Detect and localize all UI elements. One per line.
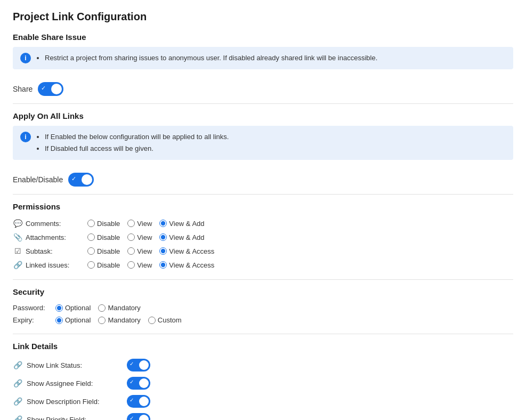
- attachments-icon: 📎: [13, 232, 22, 242]
- permissions-attachments-row: 📎 Attachments: Disable View View & Add: [13, 230, 513, 244]
- attachments-view-option[interactable]: View: [127, 233, 152, 241]
- linked-issues-view-radio[interactable]: [127, 261, 135, 269]
- security-expiry-row: Expiry: Optional Mandatory Custom: [13, 314, 513, 326]
- share-issue-info-text: Restrict a project from sharing issues t…: [45, 52, 377, 64]
- link-details-title: Link Details: [13, 342, 513, 351]
- comments-view-radio[interactable]: [127, 220, 135, 227]
- subtask-disable-radio[interactable]: [87, 247, 95, 255]
- share-issue-info-icon: i: [20, 53, 31, 63]
- linked-issues-viewaccess-option[interactable]: View & Access: [159, 261, 214, 269]
- show-assignee-toggle[interactable]: ✓: [127, 377, 150, 390]
- password-optional-option[interactable]: Optional: [55, 304, 91, 312]
- permissions-linked-issues-row: 🔗 Linked issues: Disable View View & Acc…: [13, 258, 513, 272]
- comments-icon: 💬: [13, 219, 22, 228]
- apply-all-links-info-line-2: If Disabled full access will be given.: [45, 143, 229, 155]
- show-link-status-toggle[interactable]: ✓: [127, 359, 150, 371]
- permissions-subtask-row: ☑ Subtask: Disable View View & Access: [13, 244, 513, 258]
- linked-issues-radio-group: Disable View View & Access: [87, 261, 214, 269]
- show-priority-icon: 🔗: [13, 415, 22, 420]
- permissions-section: Permissions 💬 Comments: Disable View Vie…: [13, 202, 513, 272]
- comments-radio-group: Disable View View & Add: [87, 220, 205, 228]
- share-issue-section: Enable Share Issue i Restrict a project …: [13, 33, 513, 101]
- enable-disable-toggle[interactable]: ✓: [68, 173, 94, 187]
- comments-view-option[interactable]: View: [127, 220, 152, 228]
- divider-3: [13, 279, 513, 280]
- show-description-toggle[interactable]: ✓: [127, 395, 150, 408]
- apply-all-links-info-icon: i: [20, 132, 31, 142]
- attachments-view-radio[interactable]: [127, 233, 135, 241]
- divider-4: [13, 334, 513, 334]
- password-mandatory-radio[interactable]: [98, 304, 106, 312]
- attachments-label: Attachments:: [26, 233, 84, 241]
- show-assignee-icon: 🔗: [13, 378, 22, 388]
- subtask-viewaccess-label: View & Access: [169, 247, 214, 255]
- show-link-status-track: ✓: [127, 359, 150, 371]
- share-toggle-check: ✓: [41, 85, 46, 92]
- show-priority-label: Show Priority Field:: [27, 416, 123, 420]
- share-toggle-thumb: [51, 84, 62, 94]
- password-radio-group: Optional Mandatory: [55, 304, 141, 312]
- password-optional-label: Optional: [65, 304, 91, 312]
- apply-all-links-title: Apply On All Links: [13, 111, 513, 120]
- apply-all-links-info-box: i If Enabled the below configuration wil…: [13, 126, 513, 160]
- show-priority-check: ✓: [130, 415, 134, 420]
- comments-disable-option[interactable]: Disable: [87, 220, 120, 228]
- linked-issues-disable-option[interactable]: Disable: [87, 261, 120, 269]
- show-link-status-row: 🔗 Show Link Status: ✓: [13, 356, 513, 374]
- linked-issues-disable-radio[interactable]: [87, 261, 95, 269]
- show-link-status-check: ✓: [130, 361, 134, 367]
- expiry-optional-option[interactable]: Optional: [55, 316, 91, 324]
- show-description-row: 🔗 Show Description Field: ✓: [13, 392, 513, 410]
- show-priority-thumb: [139, 415, 149, 420]
- share-toggle[interactable]: ✓: [38, 82, 63, 96]
- show-link-status-thumb: [139, 360, 149, 370]
- linked-issues-viewaccess-label: View & Access: [169, 261, 214, 269]
- password-mandatory-label: Mandatory: [108, 304, 140, 312]
- expiry-custom-radio[interactable]: [148, 317, 156, 324]
- attachments-view-label: View: [137, 233, 152, 241]
- expiry-custom-option[interactable]: Custom: [148, 316, 182, 324]
- expiry-optional-radio[interactable]: [55, 317, 63, 324]
- show-priority-toggle[interactable]: ✓: [127, 413, 150, 420]
- linked-issues-view-option[interactable]: View: [127, 261, 152, 269]
- expiry-mandatory-option[interactable]: Mandatory: [98, 316, 140, 324]
- show-priority-track: ✓: [127, 413, 150, 420]
- subtask-viewaccess-option[interactable]: View & Access: [159, 247, 214, 255]
- subtask-label: Subtask:: [26, 247, 84, 255]
- share-toggle-track: ✓: [38, 82, 63, 96]
- expiry-mandatory-radio[interactable]: [98, 317, 106, 324]
- comments-view-label: View: [137, 220, 152, 228]
- password-label: Password:: [13, 304, 50, 312]
- show-assignee-label: Show Assignee Field:: [27, 379, 123, 387]
- permissions-comments-row: 💬 Comments: Disable View View & Add: [13, 216, 513, 230]
- comments-viewadd-option[interactable]: View & Add: [159, 220, 204, 228]
- subtask-radio-group: Disable View View & Access: [87, 247, 214, 255]
- password-optional-radio[interactable]: [55, 304, 63, 312]
- subtask-view-radio[interactable]: [127, 247, 135, 255]
- attachments-viewadd-option[interactable]: View & Add: [159, 233, 204, 241]
- enable-disable-toggle-check: ✓: [71, 175, 76, 182]
- share-toggle-row: Share ✓: [13, 77, 513, 101]
- comments-viewadd-radio[interactable]: [159, 220, 167, 227]
- apply-all-links-section: Apply On All Links i If Enabled the belo…: [13, 111, 513, 192]
- attachments-viewadd-radio[interactable]: [159, 233, 167, 241]
- linked-issues-label: Linked issues:: [26, 261, 84, 269]
- attachments-disable-radio[interactable]: [87, 233, 95, 241]
- comments-label: Comments:: [26, 220, 84, 228]
- security-section: Security Password: Optional Mandatory Ex…: [13, 287, 513, 326]
- show-assignee-thumb: [139, 378, 149, 388]
- subtask-view-option[interactable]: View: [127, 247, 152, 255]
- security-title: Security: [13, 287, 513, 296]
- linked-issues-viewaccess-radio[interactable]: [159, 261, 167, 269]
- share-issue-title: Enable Share Issue: [13, 33, 513, 42]
- enable-disable-toggle-thumb: [82, 174, 92, 185]
- subtask-disable-option[interactable]: Disable: [87, 247, 120, 255]
- comments-disable-label: Disable: [97, 220, 120, 228]
- link-details-section: Link Details 🔗 Show Link Status: ✓ 🔗 Sho…: [13, 342, 513, 420]
- show-priority-row: 🔗 Show Priority Field: ✓: [13, 410, 513, 420]
- comments-disable-radio[interactable]: [87, 220, 95, 227]
- attachments-disable-option[interactable]: Disable: [87, 233, 120, 241]
- password-mandatory-option[interactable]: Mandatory: [98, 304, 140, 312]
- subtask-disable-label: Disable: [97, 247, 120, 255]
- subtask-viewaccess-radio[interactable]: [159, 247, 167, 255]
